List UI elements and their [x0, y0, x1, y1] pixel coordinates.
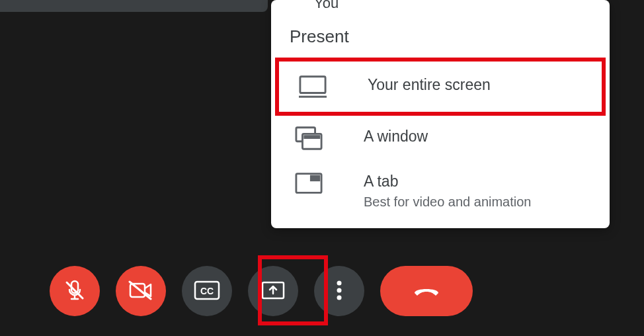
svg-point-14 [337, 288, 342, 292]
svg-point-15 [337, 295, 342, 300]
present-screen-icon [261, 280, 286, 302]
svg-rect-4 [303, 135, 320, 139]
svg-point-13 [337, 280, 342, 285]
present-header: Present [271, 16, 610, 58]
svg-text:CC: CC [200, 286, 214, 296]
menu-item-label: A tab [364, 173, 532, 190]
svg-rect-8 [130, 284, 145, 297]
present-button[interactable] [248, 266, 298, 316]
camera-off-button[interactable] [116, 266, 166, 316]
monitor-icon [299, 76, 327, 97]
mic-off-icon [63, 278, 87, 304]
menu-item-label: Your entire screen [368, 76, 491, 94]
svg-rect-6 [310, 175, 320, 182]
captions-button[interactable]: CC [182, 266, 232, 316]
video-tile-bar [0, 0, 268, 12]
window-stack-icon [295, 128, 323, 149]
menu-item-window[interactable]: A window [271, 116, 610, 161]
menu-item-tab[interactable]: A tab Best for video and animation [271, 161, 610, 222]
menu-item-label: A window [364, 128, 428, 146]
cc-icon: CC [194, 280, 220, 302]
tab-icon [295, 173, 323, 194]
more-options-button[interactable] [314, 266, 364, 316]
end-call-button[interactable] [380, 266, 473, 316]
camera-off-icon [128, 280, 153, 302]
menu-item-entire-screen[interactable]: Your entire screen [275, 58, 606, 116]
more-vertical-icon [336, 280, 342, 303]
present-popup: You Present Your entire screen A window [271, 0, 610, 228]
mute-button[interactable] [50, 266, 100, 316]
participant-label: You [271, 0, 610, 16]
menu-item-sublabel: Best for video and animation [364, 194, 532, 210]
call-toolbar: CC [50, 266, 473, 316]
hangup-icon [412, 284, 441, 299]
svg-rect-0 [300, 77, 325, 93]
